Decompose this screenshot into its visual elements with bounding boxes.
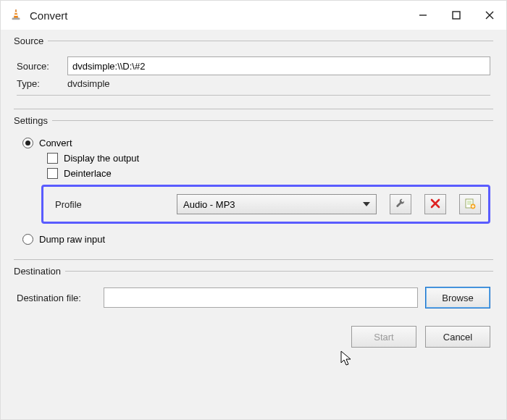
source-input[interactable] xyxy=(67,56,490,75)
deinterlace-label: Deinterlace xyxy=(64,168,112,179)
wrench-icon xyxy=(395,198,406,211)
close-button[interactable] xyxy=(473,1,506,30)
maximize-button[interactable] xyxy=(440,1,473,30)
display-output-label: Display the output xyxy=(64,153,139,164)
source-legend: Source xyxy=(14,35,48,46)
delete-profile-button[interactable] xyxy=(424,194,446,214)
convert-radio[interactable]: Convert xyxy=(22,138,490,148)
dialog-actions: Start Cancel xyxy=(14,320,493,348)
profile-label: Profile xyxy=(55,199,164,210)
source-label: Source: xyxy=(17,61,60,72)
settings-legend: Settings xyxy=(14,115,52,126)
profile-selected-value: Audio - MP3 xyxy=(183,199,235,210)
settings-group: Settings Convert Display the output Dein… xyxy=(14,115,493,260)
source-group: Source Source: Type: dvdsimple xyxy=(14,35,493,109)
dialog-body: Source Source: Type: dvdsimple Settings … xyxy=(1,30,506,419)
svg-line-6 xyxy=(486,12,493,19)
vlc-cone-icon xyxy=(9,9,22,22)
dump-raw-label: Dump raw input xyxy=(39,234,105,245)
destination-file-label: Destination file: xyxy=(17,293,96,303)
destination-legend: Destination xyxy=(14,266,65,277)
dump-raw-radio[interactable]: Dump raw input xyxy=(22,234,490,245)
window-title: Convert xyxy=(30,9,406,22)
chevron-down-icon xyxy=(363,202,370,206)
svg-rect-1 xyxy=(14,14,18,16)
convert-radio-label: Convert xyxy=(39,138,72,148)
checkbox-icon xyxy=(47,168,58,179)
start-button[interactable]: Start xyxy=(351,326,416,348)
minimize-button[interactable] xyxy=(406,1,440,30)
profile-row: Profile Audio - MP3 xyxy=(41,185,490,224)
deinterlace-checkbox[interactable]: Deinterlace xyxy=(47,168,490,179)
radio-icon xyxy=(22,138,33,148)
type-label: Type: xyxy=(17,78,60,89)
destination-file-input[interactable] xyxy=(104,287,418,308)
x-red-icon xyxy=(430,198,440,211)
titlebar: Convert xyxy=(1,1,506,30)
svg-line-5 xyxy=(486,12,493,19)
profile-select[interactable]: Audio - MP3 xyxy=(177,194,377,214)
destination-group: Destination Destination file: Browse xyxy=(14,266,493,314)
browse-button[interactable]: Browse xyxy=(425,287,490,308)
new-list-icon xyxy=(464,198,476,211)
svg-rect-2 xyxy=(12,18,20,20)
svg-rect-4 xyxy=(453,12,460,19)
window-controls xyxy=(406,1,506,30)
edit-profile-button[interactable] xyxy=(390,194,411,214)
display-output-checkbox[interactable]: Display the output xyxy=(47,153,490,164)
checkbox-icon xyxy=(47,153,58,164)
type-value: dvdsimple xyxy=(67,78,110,89)
radio-icon xyxy=(22,234,33,245)
convert-dialog: Convert Source Source: Type: dvdsimple xyxy=(0,0,507,420)
svg-rect-0 xyxy=(14,12,17,14)
new-profile-button[interactable] xyxy=(459,194,481,214)
cancel-button[interactable]: Cancel xyxy=(425,326,490,348)
